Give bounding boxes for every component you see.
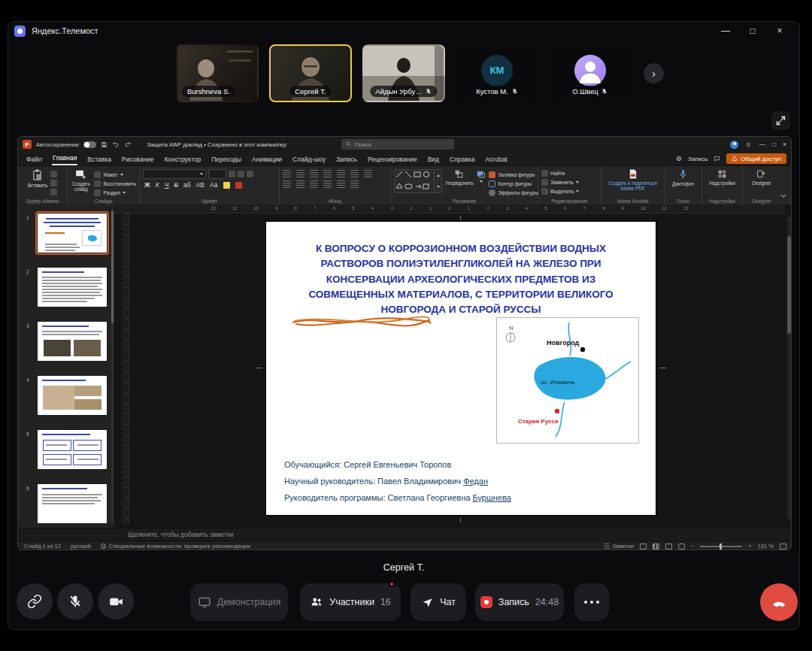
close-button[interactable]: ×	[766, 22, 793, 40]
text-shadow-button[interactable]: аб	[183, 181, 191, 189]
fit-to-window-icon[interactable]	[780, 544, 786, 550]
underline-button[interactable]: Ч	[165, 181, 169, 189]
minimize-button[interactable]: —	[712, 22, 739, 40]
font-size-select[interactable]	[208, 169, 226, 179]
notes-pane[interactable]: Щелкните, чтобы добавить заметки	[18, 528, 792, 540]
maximize-button[interactable]: □	[739, 22, 766, 40]
screen-share-button[interactable]: Демонстрация	[190, 583, 288, 621]
participant-tile[interactable]: О.Швец	[549, 44, 632, 102]
text-direction-icon[interactable]	[350, 170, 359, 177]
leave-call-button[interactable]	[760, 583, 798, 621]
redo-icon[interactable]	[124, 141, 132, 148]
record-button[interactable]: Запись 24:48	[475, 583, 564, 621]
tab-review[interactable]: Рецензирование	[367, 153, 418, 165]
autosave-toggle[interactable]	[83, 141, 96, 148]
tab-help[interactable]: Справка	[449, 153, 475, 165]
justify-icon[interactable]	[323, 180, 332, 188]
undo-icon[interactable]	[112, 141, 120, 148]
microphone-button[interactable]	[57, 583, 93, 619]
dictate-button[interactable]: Диктофон	[672, 169, 694, 186]
section-button[interactable]: Раздел	[94, 189, 136, 197]
tab-acrobat[interactable]: Acrobat	[484, 153, 508, 165]
align-text-icon[interactable]	[364, 170, 372, 177]
slide-thumbnail[interactable]	[38, 322, 107, 361]
designer-button[interactable]: Designer	[752, 169, 771, 186]
normal-view-icon[interactable]	[640, 544, 647, 550]
slide-thumbnail[interactable]	[38, 268, 107, 307]
format-painter-icon[interactable]	[50, 189, 57, 195]
zoom-in-button[interactable]: +	[748, 543, 751, 550]
lamp-icon[interactable]	[745, 141, 752, 148]
new-slide-button[interactable]: Создать слайд	[71, 169, 91, 192]
participants-button[interactable]: Участники 16	[300, 583, 401, 621]
tab-design[interactable]: Конструктор	[164, 153, 201, 165]
indent-decrease-icon[interactable]	[310, 170, 318, 177]
create-pdf-button[interactable]: Создать и поделиться Adobe PDF	[606, 169, 660, 191]
copy-link-button[interactable]	[17, 583, 53, 619]
align-left-icon[interactable]	[283, 180, 291, 188]
character-spacing-button[interactable]: АВ	[196, 181, 205, 189]
paste-button[interactable]: Вставить	[28, 169, 48, 188]
notes-toggle[interactable]: Заметки	[604, 543, 634, 550]
slide-thumbnail[interactable]	[38, 213, 107, 253]
grow-font-icon[interactable]	[229, 171, 235, 177]
participant-tile[interactable]: Burshneva S.	[176, 44, 259, 102]
clear-formatting-icon[interactable]	[247, 171, 253, 177]
tab-record[interactable]: Запись	[335, 153, 358, 165]
addins-button[interactable]: Надстройки	[709, 169, 735, 186]
ppt-restore-button[interactable]: □	[772, 141, 776, 148]
select-button[interactable]: Выделить	[541, 187, 579, 195]
replace-button[interactable]: Заменить	[541, 178, 579, 186]
shrink-font-icon[interactable]	[238, 171, 244, 177]
shape-fill-button[interactable]: Заливка фигуры	[489, 171, 538, 179]
reset-button[interactable]: Восстановить	[94, 180, 136, 188]
align-center-icon[interactable]	[296, 180, 304, 188]
cut-icon[interactable]	[50, 171, 57, 177]
numbering-icon[interactable]	[296, 170, 304, 177]
panel-scrollbar[interactable]	[111, 209, 114, 523]
tab-view[interactable]: Вид	[427, 153, 440, 165]
shapes-gallery[interactable]	[394, 169, 442, 193]
indent-increase-icon[interactable]	[323, 170, 332, 177]
slide-thumbnail[interactable]	[38, 430, 107, 469]
quick-styles-button[interactable]	[476, 169, 486, 183]
strikethrough-button[interactable]: S	[174, 181, 178, 189]
collapse-ribbon-icon[interactable]	[780, 194, 786, 198]
tab-draw[interactable]: Рисование	[121, 153, 155, 165]
font-name-select[interactable]	[143, 169, 206, 179]
reading-view-icon[interactable]	[665, 544, 672, 550]
shape-outline-button[interactable]: Контур фигуры	[489, 180, 538, 188]
highlight-color-button[interactable]	[223, 182, 230, 189]
layout-button[interactable]: Макет	[94, 171, 136, 179]
participant-tile-active-speaker[interactable]: Сергей Т.	[269, 44, 352, 102]
tab-animations[interactable]: Анимации	[251, 153, 283, 165]
italic-button[interactable]: К	[156, 181, 159, 189]
share-access-button[interactable]: Общий доступ	[726, 153, 786, 164]
arrange-button[interactable]: Упорядочить	[445, 169, 473, 186]
account-avatar[interactable]	[730, 141, 738, 149]
find-button[interactable]: Найти	[541, 169, 565, 177]
save-icon[interactable]	[101, 141, 108, 148]
zoom-level[interactable]: 101 %	[758, 543, 774, 550]
font-color-button[interactable]	[235, 182, 242, 189]
participant-tile[interactable]: КМ Кустов М.	[456, 44, 538, 102]
camera-button[interactable]	[98, 583, 134, 619]
tab-transitions[interactable]: Переходы	[211, 153, 242, 165]
columns-icon[interactable]	[337, 180, 345, 188]
bold-button[interactable]: Ж	[144, 181, 150, 189]
zoom-out-button[interactable]: −	[691, 543, 694, 550]
tab-slideshow[interactable]: Слайд-шоу	[292, 153, 326, 165]
tab-file[interactable]: Файл	[26, 153, 43, 165]
tab-insert[interactable]: Вставка	[86, 153, 112, 165]
chat-button[interactable]: Чат	[411, 583, 466, 621]
bullets-icon[interactable]	[283, 170, 291, 177]
expand-share-button[interactable]	[771, 111, 790, 130]
comment-icon[interactable]	[714, 156, 720, 162]
smartart-convert-icon[interactable]	[350, 180, 359, 188]
line-spacing-icon[interactable]	[337, 170, 345, 177]
next-participants-button[interactable]: ›	[644, 63, 664, 83]
slide-canvas[interactable]: К ВОПРОСУ О КОРРОЗИОННОМ ВОЗДЕЙСТВИИ ВОД…	[266, 222, 656, 515]
language-indicator[interactable]: русский	[71, 543, 91, 550]
align-right-icon[interactable]	[310, 180, 318, 188]
accessibility-check[interactable]: Специальные возможности: проверьте реком…	[101, 543, 250, 550]
